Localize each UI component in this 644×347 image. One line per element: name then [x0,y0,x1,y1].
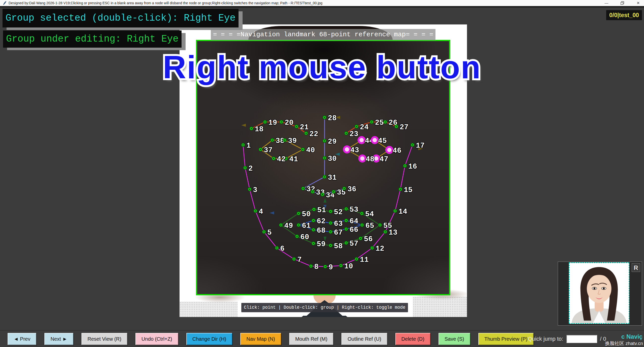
landmark-number: 16 [408,163,417,171]
landmark-point-core [396,126,397,127]
landmark-number: 42 [277,155,286,164]
landmark-number: 3 [253,186,257,194]
outline-ref-button[interactable]: Outline Ref (U) [341,333,387,345]
landmark-number: 36 [347,185,356,194]
landmark-number: 64 [349,217,358,226]
window-title: Designed by:Dali Wang 2026-1-28 V19;Clic… [9,0,323,6]
landmark-point-core [242,144,244,145]
landmark-point-core [296,126,297,127]
landmark-point-core [313,209,314,210]
landmark-number: 9 [329,263,333,272]
landmark-point-core [281,121,282,122]
landmark-point-core [345,208,347,209]
selected-landmark-center [387,148,392,152]
landmark-number: 24 [360,123,369,132]
landmark-point-core [298,213,299,214]
landmark-point-core [361,213,362,214]
landmark-point-core [330,222,331,224]
direction-arrow [270,211,274,214]
landmark-point-core [322,194,323,195]
landmark-point-core [284,139,285,141]
quick-jump-input[interactable] [566,335,597,343]
landmark-number: 15 [404,186,413,194]
landmark-number: 21 [300,123,309,132]
landmark-number: 50 [302,210,311,218]
landmark-point-core [293,258,295,260]
landmark-number: 1 [246,142,251,150]
landmark-number: 29 [328,138,337,146]
landmark-point-core [313,220,314,221]
landmark-number: 10 [344,262,353,271]
landmark-point-core [313,243,314,244]
thumbnail-r-label[interactable]: R [632,263,640,272]
photo-cardigan-left [180,302,238,317]
navigation-map-hint: Click: point | Double-click: group | Rig… [241,303,408,312]
landmark-point-core [263,231,265,232]
landmark-number: 66 [349,226,358,234]
landmark-point-core [325,266,326,267]
landmark-point-core [305,133,307,134]
landmark-layer[interactable]: 1234567891011121314151617181920212223242… [196,40,450,295]
landmark-point-core [404,165,405,166]
landmark-number: 31 [328,174,337,182]
landmark-point-core [244,167,246,168]
landmark-point-core [356,126,357,127]
titlebar-divider [0,6,644,8]
landmark-number: 18 [255,125,264,134]
landmark-number: 53 [349,206,358,214]
landmark-point-core [298,224,299,226]
nav-map-button[interactable]: Nav Map (N) [240,333,281,345]
landmark-number: 40 [306,146,315,154]
restore-button[interactable] [617,0,628,6]
minimize-button[interactable]: — [601,0,612,6]
landmark-number: 48 [366,155,374,164]
mouth-ref-button[interactable]: Mouth Ref (M) [289,333,334,345]
landmark-number: 14 [398,208,407,216]
thumb-preview-button[interactable]: Thumb Preview (P) [478,333,534,345]
delete-button[interactable]: Delete (D) [395,333,431,345]
landmark-point-core [412,144,413,145]
landmark-number: 56 [364,235,373,243]
landmark-number: 39 [288,137,297,145]
direction-arrow [241,124,246,127]
landmark-point-core [345,220,347,221]
group-selected-banner: Group selected (double-click): Right Eye [3,9,239,27]
landmark-point-core [264,121,266,122]
app-window: Designed by:Dali Wang 2026-1-28 V19;Clic… [0,0,644,347]
selected-landmark-center [345,147,349,152]
portrait-image [570,263,629,323]
thumbnail-photo[interactable] [569,262,629,324]
landmark-point-core [356,258,357,260]
landmark-number: 23 [349,130,358,138]
save-button[interactable]: Save (S) [438,333,471,345]
landmark-point-core [360,238,361,239]
toolbar: ◄ PrevNext ►Reset View (R)Undo (Ctrl+Z)C… [0,330,644,347]
landmark-number: 43 [350,146,359,154]
landmark-point-core [313,229,314,230]
change-dir-button[interactable]: Change Dir (H) [186,333,232,345]
landmark-point-core [394,210,396,211]
close-button[interactable]: ✕ [632,0,644,6]
landmark-number: 65 [365,222,374,230]
landmark-point-core [296,236,298,237]
landmark-number: 46 [393,147,401,155]
landmark-number: 37 [264,146,273,154]
landmark-number: 19 [268,119,277,127]
landmark-number: 63 [334,220,343,228]
quick-jump-group: Quick jump to: / 0 [528,333,606,345]
landmark-number: 49 [284,222,293,230]
reset-view-button[interactable]: Reset View (R) [81,333,128,345]
next-button[interactable]: Next ► [44,333,73,345]
landmark-number: 57 [349,240,358,248]
landmark-point-core [379,224,380,226]
landmark-point-core [371,247,373,248]
landmark-number: 6 [280,245,284,253]
title-bar: Designed by:Dali Wang 2026-1-28 V19;Clic… [0,0,644,6]
landmark-point-core [302,188,304,189]
landmark-point-core [333,191,334,192]
undo-button[interactable]: Undo (Ctrl+Z) [135,333,179,345]
prev-button[interactable]: ◄ Prev [7,333,37,345]
landmark-number: 11 [360,256,369,264]
landmark-point-core [280,224,281,226]
landmark-number: 4 [259,208,263,216]
